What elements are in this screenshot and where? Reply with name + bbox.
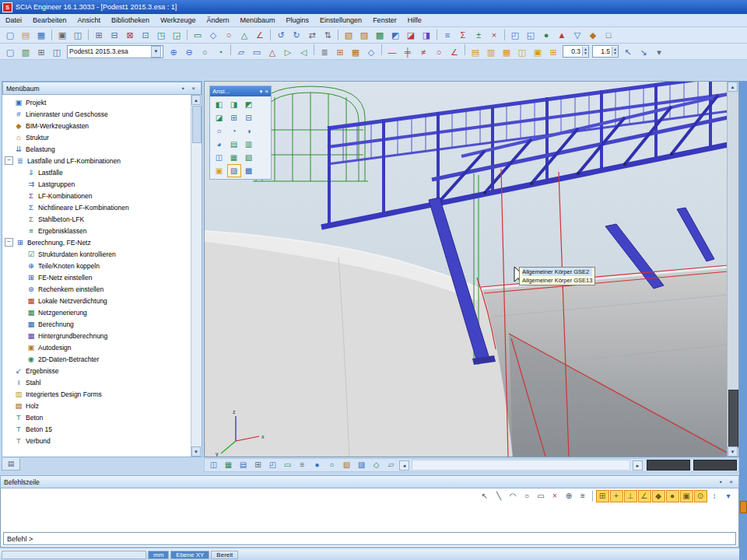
tool-icon[interactable]: + — [610, 490, 623, 502]
tool-icon[interactable]: ● — [310, 459, 324, 471]
tool-icon[interactable]: ◆ — [652, 490, 665, 502]
tool-icon[interactable]: ▣ — [212, 164, 226, 177]
palette-close-icon[interactable]: × — [265, 88, 268, 95]
tool-icon[interactable]: × — [487, 28, 502, 42]
tool-icon[interactable]: ◱ — [524, 28, 538, 42]
scroll-up-icon[interactable]: ▲ — [191, 95, 201, 105]
tree-item-berechnung[interactable]: ▦Berechnung — [2, 318, 191, 330]
tree-item-autodesign[interactable]: ▣Autodesign — [2, 341, 191, 353]
tree-item-netzgenerierung[interactable]: ▦Netzgenerierung — [2, 306, 191, 318]
dock-tab-menubaum[interactable]: ▤ — [2, 458, 20, 471]
tree-item-hintergrundberechnung[interactable]: ▦Hintergrundberechnung — [2, 330, 191, 341]
3d-scene[interactable]: z x y Ansi... ▼ × ◧◨◩◪⊞⊟○◔◑◕▤▥◫▦▧▣▨▩ — [205, 82, 728, 457]
tool-icon[interactable]: ◧ — [212, 98, 226, 111]
tool-icon[interactable]: ▦ — [227, 151, 241, 164]
tree-item-nichtlineare-lf-kombinationen[interactable]: ΣNichtlineare LF-Kombinationen — [2, 201, 191, 213]
tool-icon[interactable]: ± — [472, 28, 486, 42]
tool-icon[interactable]: ◇ — [370, 459, 384, 471]
tool-icon[interactable]: ▤ — [468, 45, 483, 59]
tool-icon[interactable]: ▭ — [535, 490, 548, 502]
tool-icon[interactable]: ▣ — [680, 490, 693, 502]
scroll-down-icon[interactable]: ▼ — [728, 446, 738, 457]
tool-icon[interactable]: ⊠ — [123, 28, 138, 42]
tool-icon[interactable]: ▧ — [242, 151, 256, 164]
tool-icon[interactable]: ○ — [212, 124, 226, 138]
tool-icon[interactable]: ⊙ — [694, 490, 707, 502]
tool-icon[interactable]: ⊟ — [107, 28, 122, 42]
tree-item-lastgruppen[interactable]: ⇉Lastgruppen — [2, 178, 191, 190]
tool-icon[interactable]: ◰ — [266, 459, 280, 471]
menu-datei[interactable]: Datei — [0, 16, 27, 25]
viewport-horizontal-scrollbar[interactable] — [412, 460, 630, 471]
tool-icon[interactable]: ◩ — [242, 98, 256, 111]
tool-icon[interactable]: ◇ — [364, 45, 379, 59]
tool-icon[interactable]: ○ — [198, 45, 212, 59]
tool-icon[interactable]: ▧ — [342, 28, 356, 42]
tool-icon[interactable]: ▥ — [19, 45, 33, 59]
pin-icon[interactable]: ▪ — [717, 478, 725, 486]
tool-icon[interactable]: ◫ — [212, 151, 226, 164]
tool-icon[interactable]: ▤ — [227, 138, 241, 151]
menu-hilfe[interactable]: Hilfe — [402, 16, 427, 25]
print-icon[interactable]: ▣ — [55, 28, 70, 42]
tool-icon[interactable]: × — [549, 490, 562, 502]
tree-item-berechnung-fe-netz[interactable]: −⊞Berechnung, FE-Netz — [2, 236, 191, 248]
tool-icon[interactable]: ▣ — [531, 45, 545, 59]
tool-icon[interactable]: ▨ — [355, 459, 369, 471]
close-icon[interactable]: × — [189, 84, 198, 93]
tree-item-beton[interactable]: TBeton — [2, 411, 191, 423]
tree-item-verbund[interactable]: TVerbund — [2, 435, 191, 446]
tool-icon[interactable]: ▩ — [373, 28, 388, 42]
close-icon[interactable]: × — [727, 478, 735, 486]
scroll-left-icon[interactable]: ◂ — [399, 460, 409, 471]
tool-icon[interactable]: ◨ — [419, 28, 434, 42]
tree-item-holz[interactable]: ▤Holz — [2, 400, 191, 411]
3d-viewport[interactable]: z x y Ansi... ▼ × ◧◨◩◪⊞⊟○◔◑◕▤▥◫▦▧▣▨▩ — [204, 81, 739, 457]
tool-icon[interactable]: ▾ — [722, 490, 735, 502]
tree-item-projekt[interactable]: ▣Projekt — [2, 96, 191, 108]
tool-icon[interactable]: ▦ — [349, 45, 363, 59]
tool-icon[interactable]: ▤ — [237, 459, 251, 471]
tool-icon[interactable]: ▷ — [281, 45, 296, 59]
tool-icon[interactable]: ▨ — [227, 164, 241, 177]
palette-dropdown-icon[interactable]: ▼ — [258, 89, 263, 94]
tree-item-stahl[interactable]: IStahl — [2, 376, 191, 388]
angle-value[interactable]: 0.3 — [563, 47, 582, 55]
menu-werkzeuge[interactable]: Werkzeuge — [155, 16, 201, 25]
tree-scrollbar[interactable]: ▲ ▼ — [191, 95, 202, 457]
tool-icon[interactable]: ◫ — [50, 45, 65, 59]
tool-icon[interactable]: ▢ — [3, 45, 18, 59]
tool-icon[interactable]: ∠ — [638, 490, 651, 502]
tool-icon[interactable]: ◇ — [206, 28, 221, 42]
tool-icon[interactable]: ↕ — [708, 490, 721, 502]
tree-item-lokale-netzverdichtung[interactable]: ▦Lokale Netzverdichtung — [2, 295, 191, 306]
tool-icon[interactable]: ▾ — [651, 45, 666, 59]
menu-bearbeiten[interactable]: Bearbeiten — [27, 16, 72, 25]
tree-expander-icon[interactable]: − — [5, 156, 13, 165]
tree-item-lastfälle[interactable]: ⇓Lastfälle — [2, 166, 191, 178]
tool-icon[interactable]: ▱ — [234, 45, 249, 59]
tool-icon[interactable]: △ — [237, 28, 252, 42]
tree-item-rechenkern-einstellen[interactable]: ⊛Rechenkern einstellen — [2, 283, 191, 295]
scale-spin-buttons[interactable]: ▲▼ — [612, 47, 618, 56]
tree-expander-icon[interactable]: − — [5, 238, 13, 247]
dock-handle[interactable] — [740, 501, 747, 513]
tool-icon[interactable]: ▨ — [357, 28, 372, 42]
tool-icon[interactable]: ▦ — [500, 45, 514, 59]
menu-plugins[interactable]: Plugins — [281, 16, 315, 25]
tool-icon[interactable]: ⊖ — [182, 45, 197, 59]
tree-item-linienraster-und-geschosse[interactable]: #Linienraster und Geschosse — [2, 108, 191, 120]
menu-ansicht[interactable]: Ansicht — [72, 16, 107, 25]
tool-icon[interactable]: ⊞ — [546, 45, 561, 59]
view-palette-header[interactable]: Ansi... ▼ × — [210, 86, 271, 96]
angle-spin-buttons[interactable]: ▲▼ — [582, 47, 588, 56]
tool-icon[interactable]: ◩ — [388, 28, 403, 42]
tool-icon[interactable]: ◔ — [213, 45, 228, 59]
menu-tree-panel-header[interactable]: Menübaum ▪ × — [2, 82, 202, 95]
tool-icon[interactable]: ↘ — [636, 45, 651, 59]
tool-icon[interactable]: ↺ — [274, 28, 289, 42]
status-plane[interactable]: Ebene XY — [170, 551, 209, 559]
tree-item-2d-daten-betrachter[interactable]: ◉2D-Daten-Betrachter — [2, 353, 191, 365]
menu-einstellungen[interactable]: Einstellungen — [314, 16, 367, 25]
viewport-vertical-scrollbar[interactable]: ▲ ▼ — [727, 82, 738, 457]
